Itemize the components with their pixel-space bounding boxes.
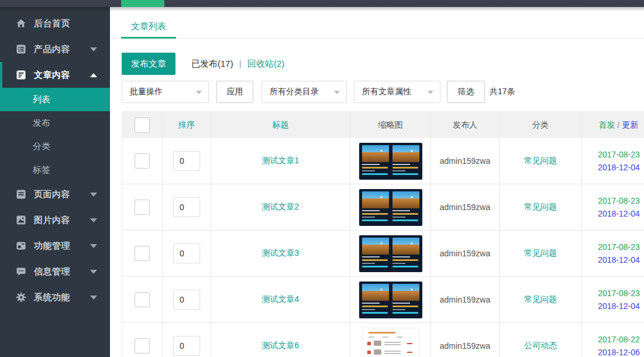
updated-date: 2018-12-04 [598, 207, 640, 220]
message-icon [16, 266, 26, 277]
sort-order-input[interactable] [173, 151, 200, 171]
table-header-dates: 首发 / 更新 [582, 112, 644, 138]
product-icon [16, 44, 26, 54]
bulk-action-value: 批量操作 [130, 87, 163, 97]
chevron-down-icon [90, 193, 97, 197]
sidebar-item-dashboard[interactable]: 后台首页 [0, 11, 110, 36]
category-filter-select[interactable]: 所有分类目录 [261, 81, 347, 103]
chevron-down-icon [196, 91, 202, 94]
row-title-cell: 测试文章1 [211, 138, 350, 184]
category-link[interactable]: 常见问题 [524, 202, 557, 212]
category-link[interactable]: 常见问题 [524, 294, 557, 305]
publish-article-button[interactable]: 发布文章 [122, 53, 175, 75]
sort-order-input[interactable] [173, 290, 200, 310]
first-published-date: 2017-08-22 [598, 333, 640, 346]
gear-icon [16, 292, 26, 303]
row-sort-cell [163, 323, 211, 357]
row-checkbox[interactable] [135, 338, 150, 353]
published-filter-link[interactable]: 已发布(17) [191, 59, 233, 68]
home-icon [16, 18, 26, 29]
article-title-link[interactable]: 测试文章3 [262, 248, 299, 259]
sidebar-item-messages[interactable]: 信息管理 [0, 259, 110, 284]
table-header-updated[interactable]: 更新 [622, 120, 638, 131]
updated-date: 2018-12-04 [598, 161, 640, 174]
sidebar-subitem-category[interactable]: 分类 [0, 135, 110, 158]
main-content: 文章列表 发布文章 已发布(17) | 回收站(2) 批量操作 应用 所有分类目… [110, 7, 644, 357]
sidebar-item-pages[interactable]: 页面内容 [0, 181, 110, 207]
status-filter-links: 已发布(17) | 回收站(2) [191, 59, 284, 70]
sidebar-item-label: 功能管理 [34, 241, 70, 252]
apply-button[interactable]: 应用 [216, 81, 253, 103]
features-icon [16, 241, 26, 251]
sidebar-item-articles[interactable]: 文章内容 [0, 62, 110, 88]
chevron-down-icon [90, 296, 97, 300]
table-row: 测试文章6 admin159zwa 公司动态 2017-08-22 2018-1… [122, 323, 644, 357]
link-separator: | [239, 59, 242, 68]
row-publisher: admin159zwa [431, 138, 500, 184]
attribute-filter-select[interactable]: 所有文章属性 [354, 81, 440, 103]
sidebar-subitem-label: 标签 [33, 164, 50, 176]
row-thumb-cell [350, 323, 431, 357]
article-thumbnail [359, 189, 422, 226]
sort-order-input[interactable] [173, 243, 200, 263]
category-link[interactable]: 常见问题 [524, 156, 557, 166]
row-checkbox-cell [122, 323, 163, 357]
row-sort-cell [163, 277, 211, 322]
row-category-cell: 常见问题 [500, 231, 582, 276]
image-icon [16, 215, 26, 225]
sidebar-subitem-list[interactable]: 列表 [0, 88, 110, 111]
article-table: 排序 标题 缩略图 发布人 分类 首发 / 更新 测试文章1 [122, 111, 644, 357]
article-title-link[interactable]: 测试文章1 [262, 156, 299, 166]
article-title-link[interactable]: 测试文章6 [262, 341, 299, 351]
sidebar-item-system[interactable]: 系统功能 [0, 284, 110, 310]
updated-date: 2018-12-04 [598, 300, 640, 313]
page-icon [16, 189, 26, 200]
table-header-thumbnail: 缩略图 [350, 112, 431, 138]
table-header-checkbox-cell [122, 112, 163, 138]
total-count: 共17条 [490, 87, 515, 97]
topbar [0, 0, 644, 7]
first-published-date: 2017-08-23 [598, 148, 640, 161]
sidebar-subitem-label: 分类 [33, 141, 50, 152]
first-published-date: 2017-08-23 [598, 194, 640, 207]
category-link[interactable]: 常见问题 [524, 248, 557, 259]
row-thumb-cell [350, 277, 431, 322]
sidebar-item-images[interactable]: 图片内容 [0, 207, 110, 233]
chevron-up-icon [90, 73, 97, 77]
row-dates-cell: 2017-08-23 2018-12-04 [582, 277, 644, 322]
sidebar-subitem-tags[interactable]: 标签 [0, 158, 110, 181]
row-publisher: admin159zwa [431, 231, 500, 276]
filter-button[interactable]: 筛选 [447, 81, 485, 103]
row-thumb-cell [350, 138, 431, 184]
tab-article-list[interactable]: 文章列表 [121, 14, 176, 39]
bulk-action-select[interactable]: 批量操作 [122, 81, 209, 103]
sidebar-item-features[interactable]: 功能管理 [0, 233, 110, 259]
sidebar-subitem-publish[interactable]: 发布 [0, 111, 110, 135]
table-header-first-published[interactable]: 首发 [599, 120, 615, 131]
tab-label: 文章列表 [131, 21, 166, 32]
sort-order-input[interactable] [173, 336, 200, 356]
row-checkbox[interactable] [135, 200, 150, 215]
table-header-publisher: 发布人 [431, 112, 500, 138]
recycle-bin-link[interactable]: 回收站(2) [247, 59, 284, 68]
row-checkbox[interactable] [135, 153, 150, 169]
sidebar-item-products[interactable]: 产品内容 [0, 36, 110, 62]
sort-order-input[interactable] [173, 197, 200, 217]
article-title-link[interactable]: 测试文章2 [262, 202, 299, 212]
select-all-checkbox[interactable] [135, 118, 150, 133]
row-checkbox-cell [122, 138, 163, 184]
row-checkbox-cell [122, 231, 163, 276]
row-dates-cell: 2017-08-23 2018-12-04 [582, 184, 644, 230]
table-header-sort: 排序 [163, 112, 211, 138]
article-thumbnail [362, 328, 419, 357]
sidebar-subitem-label: 列表 [33, 94, 50, 105]
row-checkbox[interactable] [135, 246, 150, 261]
article-title-link[interactable]: 测试文章4 [262, 294, 299, 305]
row-publisher: admin159zwa [431, 277, 500, 322]
updated-date: 2018-12-06 [598, 346, 640, 357]
category-link[interactable]: 公司动态 [524, 341, 557, 351]
chevron-down-icon [90, 47, 97, 52]
row-checkbox[interactable] [135, 292, 150, 307]
row-dates-cell: 2017-08-23 2018-12-04 [582, 138, 644, 184]
table-header-row: 排序 标题 缩略图 发布人 分类 首发 / 更新 [122, 112, 644, 138]
